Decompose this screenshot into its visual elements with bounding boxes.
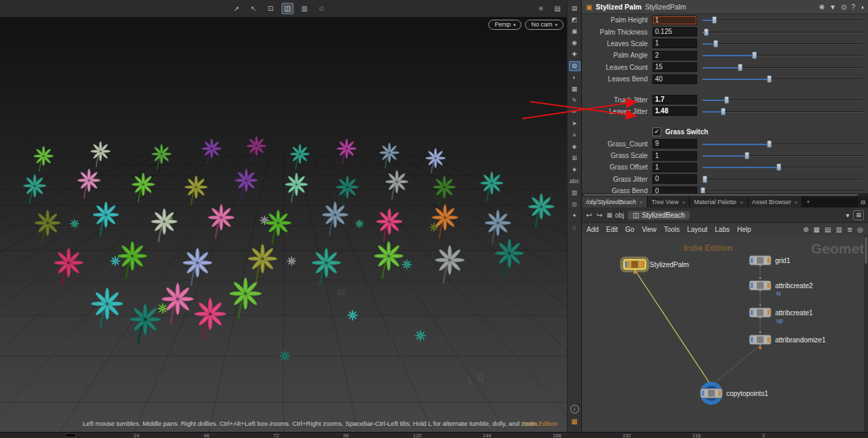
play-tool-icon[interactable]: ➤ [569, 119, 580, 129]
param-slider[interactable] [703, 162, 865, 172]
network-node-copytopoints1[interactable]: copytopoints1 [700, 382, 768, 405]
timeline-bar[interactable]: 244872961201441681922162 [0, 432, 868, 438]
network-node-attribcreate2[interactable]: attribcreate2N [749, 281, 813, 297]
compare-icon[interactable]: ◑ [860, 3, 864, 11]
new-tab-button[interactable]: + [802, 197, 814, 207]
layout-icon[interactable]: ▤ [569, 3, 580, 14]
menu-tool-icon[interactable]: ≡ [569, 130, 580, 140]
wireframe-icon[interactable]: ▦ [569, 84, 580, 94]
param-slider[interactable] [703, 174, 865, 184]
menu-go[interactable]: Go [625, 226, 634, 233]
network-node-attribcreate1[interactable]: attribcreate1up [749, 308, 813, 324]
param-slider[interactable] [703, 27, 865, 37]
param-slider[interactable] [703, 95, 865, 105]
menu-labs[interactable]: Labs [715, 226, 730, 233]
display-options-icon[interactable]: ≡ [535, 3, 547, 14]
viewport-pane[interactable]: ➚↖⊡◫▥⊘ ≡▤ 15 10 Persp ▾ No cam ▾ Left mo… [0, 0, 567, 432]
template-icon[interactable]: ▥ [569, 188, 580, 198]
close-icon[interactable]: × [682, 199, 686, 205]
tab-material-palette[interactable]: Material Palette× [690, 197, 747, 207]
network-node-stylizedpalm[interactable]: StylizedPalm [622, 258, 689, 274]
menu-add[interactable]: Add [587, 226, 599, 233]
disabled-tool-icon[interactable]: ⊘ [315, 3, 328, 14]
box-select-icon[interactable]: ⊡ [264, 3, 277, 14]
grid-display-icon[interactable]: ⊞ [569, 153, 580, 163]
palette-icon[interactable]: ▦ [569, 416, 580, 426]
param-slider[interactable] [703, 74, 865, 84]
param-slider[interactable] [703, 151, 865, 161]
close-icon[interactable]: × [740, 199, 743, 205]
tab-asset-browser[interactable]: Asset Browser× [748, 197, 803, 207]
path-action-icon[interactable]: ⊞ [853, 210, 864, 220]
tab--obj-stylizedbeach[interactable]: /obj/StylizedBeach× [582, 197, 648, 207]
param-value-field[interactable]: 2 [652, 51, 697, 60]
slider-handle[interactable] [704, 28, 709, 36]
help-icon[interactable]: ? [851, 3, 855, 11]
param-value-field[interactable]: 1 [652, 163, 697, 172]
show-handles-icon[interactable]: ◉ [569, 38, 580, 48]
param-slider[interactable] [703, 50, 865, 60]
breadcrumb-root[interactable]: ▦ obj [606, 212, 624, 219]
no-cam-menu[interactable]: No cam ▾ [525, 20, 564, 30]
param-slider[interactable] [703, 15, 865, 25]
grid-snap-icon[interactable]: ▦ [814, 226, 820, 233]
select-arrow-icon[interactable]: ↖ [248, 3, 260, 14]
tab-tree-view[interactable]: Tree View× [648, 197, 690, 207]
slider-handle[interactable] [752, 52, 757, 59]
search-icon[interactable]: ⊙ [841, 3, 846, 11]
network-scrollbar[interactable] [864, 235, 868, 432]
presets-icon[interactable]: ❋ [819, 3, 825, 11]
layout-h-icon[interactable]: ▤ [825, 226, 831, 233]
slider-handle[interactable] [745, 152, 749, 159]
param-slider[interactable] [703, 186, 865, 193]
favorites-icon[interactable]: ★ [569, 165, 580, 175]
network-graph[interactable]: Indie EditionGeometryStylizedPalmgrid1at… [582, 235, 868, 432]
param-value-field[interactable]: 1 [652, 16, 697, 25]
bookmark-icon[interactable]: ▼ [829, 3, 836, 11]
slider-handle[interactable] [738, 64, 743, 71]
secure-selection-icon[interactable]: ▣ [569, 26, 580, 37]
close-icon[interactable]: × [795, 199, 798, 205]
list-view-icon[interactable]: ≣ [847, 226, 852, 233]
snap-toggle-icon[interactable]: ◫ [281, 3, 294, 14]
param-value-field[interactable]: 1 [652, 151, 697, 161]
param-slider[interactable] [703, 62, 865, 73]
maximize-pane-icon[interactable]: ⊡ [858, 197, 868, 207]
slider-handle[interactable] [701, 187, 705, 193]
nav-back-icon[interactable]: ↩ [586, 211, 592, 220]
render-view-icon[interactable]: ➚ [231, 3, 243, 14]
ghost-icon[interactable]: ◎ [569, 199, 580, 210]
param-slider[interactable] [703, 139, 865, 149]
slider-handle[interactable] [713, 40, 718, 47]
grid-view-icon[interactable]: ▥ [298, 3, 311, 14]
param-value-field[interactable]: 9 [652, 139, 697, 148]
layout-v-icon[interactable]: ▥ [835, 226, 842, 233]
star-tool-icon[interactable]: ✦ [569, 211, 580, 221]
shade-mode-icon[interactable]: ◐ [569, 73, 580, 83]
home-view-icon[interactable]: ⌂ [569, 222, 580, 233]
param-value-field[interactable]: 1.48 [652, 106, 697, 116]
network-node-grid1[interactable]: grid1 [749, 256, 791, 265]
breadcrumb-current[interactable]: ◫ StylizedBeach [628, 211, 690, 220]
text-display-icon[interactable]: abc [569, 176, 580, 186]
menu-layout[interactable]: Layout [687, 226, 707, 233]
slider-handle[interactable] [721, 108, 726, 115]
param-value-field[interactable]: 15 [652, 62, 697, 72]
param-value-field[interactable]: 1.7 [652, 95, 697, 104]
param-value-field[interactable]: 1 [652, 39, 697, 48]
param-slider[interactable] [703, 39, 865, 49]
scrollbar-thumb[interactable] [865, 237, 867, 264]
param-value-field[interactable]: 0 [652, 174, 697, 184]
points-display-icon[interactable]: ◈ [569, 142, 580, 152]
edit-tool-icon[interactable]: ✎ [569, 96, 580, 106]
close-icon[interactable]: × [639, 199, 643, 205]
slider-handle[interactable] [703, 176, 707, 183]
param-value-field[interactable]: 40 [652, 75, 697, 84]
grass-switch-checkbox[interactable]: ✓ [652, 127, 661, 136]
menu-edit[interactable]: Edit [606, 226, 618, 233]
select-mode-icon[interactable]: ◩ [569, 15, 580, 25]
add-tool-icon[interactable]: ✚ [569, 49, 580, 60]
view-menu-icon[interactable]: ▤ [551, 3, 564, 14]
slider-handle[interactable] [767, 140, 772, 148]
cut-tool-icon[interactable]: ✂ [569, 107, 580, 117]
